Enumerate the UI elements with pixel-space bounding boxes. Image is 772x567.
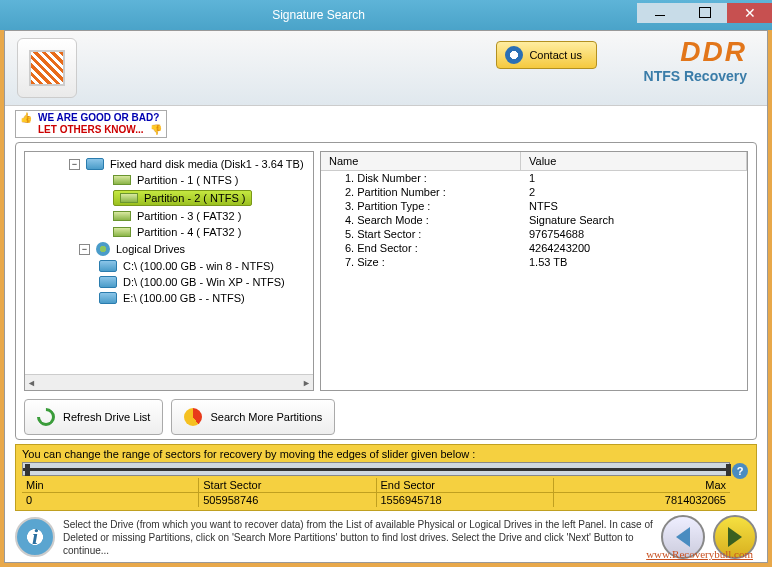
table-row: 6. End Sector :4264243200: [321, 241, 747, 255]
tree-logical-root[interactable]: − Logical Drives: [29, 240, 309, 258]
disk-icon: [86, 158, 104, 170]
app-logo: [17, 38, 77, 98]
feedback-banner[interactable]: 👍 WE ARE GOOD OR BAD? LET OTHERS KNOW...…: [15, 110, 167, 138]
collapse-icon[interactable]: −: [79, 244, 90, 255]
tree-root-disk[interactable]: − Fixed hard disk media (Disk1 - 3.64 TB…: [29, 156, 309, 172]
sector-range-slider[interactable]: [22, 462, 730, 476]
tree-partition[interactable]: Partition - 4 ( FAT32 ): [29, 224, 309, 240]
partition-icon: [120, 193, 138, 203]
drive-tree[interactable]: − Fixed hard disk media (Disk1 - 3.64 TB…: [24, 151, 314, 391]
collapse-icon[interactable]: −: [69, 159, 80, 170]
sector-range-panel: You can change the range of sectors for …: [15, 444, 757, 511]
tree-logical-drive[interactable]: E:\ (100.00 GB - - NTFS): [29, 290, 309, 306]
drive-icon: [99, 276, 117, 288]
pie-chart-icon: [184, 408, 202, 426]
info-text: Select the Drive (from which you want to…: [63, 518, 653, 557]
header-banner: Contact us DDR NTFS Recovery: [5, 31, 767, 106]
search-more-partitions-button[interactable]: Search More Partitions: [171, 399, 335, 435]
contact-us-button[interactable]: Contact us: [496, 41, 597, 69]
tree-partition-selected[interactable]: Partition - 2 ( NTFS ): [29, 188, 252, 208]
table-row: 2. Partition Number :2: [321, 185, 747, 199]
brand-subtitle: NTFS Recovery: [644, 68, 747, 84]
info-icon: i: [15, 517, 55, 557]
col-name[interactable]: Name: [321, 152, 521, 170]
maximize-button[interactable]: [682, 3, 727, 23]
globe-icon: [96, 242, 110, 256]
website-url[interactable]: www.Recoverybull.com: [646, 548, 753, 560]
partition-icon: [113, 175, 131, 185]
tree-partition[interactable]: Partition - 3 ( FAT32 ): [29, 208, 309, 224]
tree-partition[interactable]: Partition - 1 ( NTFS ): [29, 172, 309, 188]
tree-logical-drive[interactable]: D:\ (100.00 GB - Win XP - NTFS): [29, 274, 309, 290]
horizontal-scrollbar[interactable]: ◄►: [25, 374, 313, 390]
table-row: 1. Disk Number :1: [321, 171, 747, 185]
tree-logical-drive[interactable]: C:\ (100.00 GB - win 8 - NTFS): [29, 258, 309, 274]
window-title: Signature Search: [0, 8, 637, 22]
minimize-button[interactable]: [637, 3, 682, 23]
refresh-drive-button[interactable]: Refresh Drive List: [24, 399, 163, 435]
table-row: 3. Partition Type :NTFS: [321, 199, 747, 213]
slider-instruction: You can change the range of sectors for …: [22, 448, 730, 460]
table-row: 5. Start Sector :976754688: [321, 227, 747, 241]
start-sector-value: 505958746: [199, 492, 376, 507]
partition-icon: [113, 211, 131, 221]
table-row: 7. Size :1.53 TB: [321, 255, 747, 269]
min-value: 0: [22, 492, 199, 507]
max-value: 7814032065: [554, 492, 730, 507]
details-table: Name Value 1. Disk Number :1 2. Partitio…: [320, 151, 748, 391]
close-button[interactable]: ✕: [727, 3, 772, 23]
drive-icon: [99, 260, 117, 272]
col-value[interactable]: Value: [521, 152, 747, 170]
brand-name: DDR: [644, 36, 747, 68]
partition-icon: [113, 227, 131, 237]
help-icon[interactable]: ?: [732, 463, 748, 479]
titlebar[interactable]: Signature Search ✕: [0, 0, 772, 30]
end-sector-value: 1556945718: [377, 492, 554, 507]
refresh-icon: [33, 404, 58, 429]
contact-icon: [505, 46, 523, 64]
drive-icon: [99, 292, 117, 304]
table-row: 4. Search Mode :Signature Search: [321, 213, 747, 227]
